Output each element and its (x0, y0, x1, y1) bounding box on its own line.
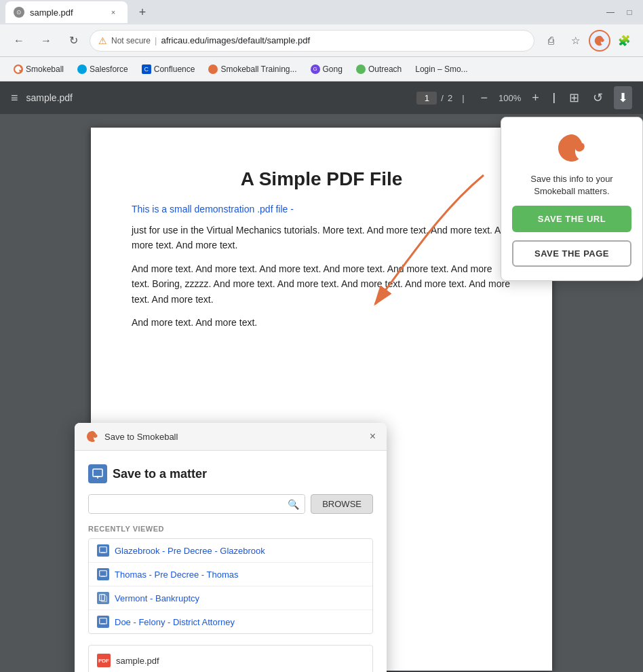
bookmark-smokeball-training[interactable]: Smokeball Training... (203, 62, 302, 77)
address-actions: ⎙ ☆ 🧩 (540, 30, 635, 52)
save-to-smokeball-modal: Save to Smokeball × Save to a matter 🔍 (75, 423, 387, 672)
pdf-menu-button[interactable]: ≡ (11, 91, 18, 105)
pdf-total-pages: 2 (448, 93, 452, 103)
new-tab-button[interactable]: + (133, 3, 152, 22)
pdf-heading: A Simple PDF File (132, 168, 511, 190)
svg-rect-4 (100, 547, 107, 553)
pdf-toolbar: ≡ sample.pdf / 2 | − 100% + | ⊞ ↺ ⬇ (0, 81, 643, 114)
svg-rect-1 (93, 469, 102, 477)
search-icon: 🔍 (288, 499, 299, 510)
bookmark-button[interactable]: ☆ (564, 30, 586, 52)
search-row: 🔍 BROWSE (88, 494, 373, 514)
smokeball-training-label: Smokeball Training... (220, 64, 296, 74)
salesforce-label: Salesforce (90, 64, 128, 74)
bookmark-confluence[interactable]: C Confluence (136, 62, 201, 77)
matter-icon (88, 464, 107, 483)
file-name-display: sample.pdf (116, 656, 159, 666)
matter-list: Glazebrook - Pre Decree - Glazebrook Tho… (88, 538, 373, 634)
pdf-rotate-button[interactable]: ↺ (590, 88, 606, 108)
matter-item-2[interactable]: Vermont - Bankruptcy (89, 586, 372, 610)
modal-section-title: Save to a matter (88, 464, 373, 483)
bookmark-salesforce[interactable]: Salesforce (72, 62, 134, 77)
modal-header: Save to Smokeball × (75, 423, 387, 451)
smokeball-bookmark-label: Smokeball (26, 64, 64, 74)
main-content: A Simple PDF File This is a small demons… (0, 114, 643, 672)
matter-item-1[interactable]: Thomas - Pre Decree - Thomas (89, 563, 372, 586)
svg-rect-6 (100, 571, 107, 576)
maximize-button[interactable]: □ (621, 4, 638, 20)
file-pdf-icon: PDF (97, 654, 111, 667)
title-bar: ⊙ sample.pdf × + — □ (0, 0, 643, 24)
save-url-button[interactable]: SAVE THE URL (512, 206, 631, 232)
recently-viewed-label: RECENTLY VIEWED (88, 525, 373, 533)
extensions-button[interactable]: 🧩 (613, 30, 635, 52)
save-page-button[interactable]: SAVE THE PAGE (512, 240, 631, 267)
salesforce-icon (77, 64, 87, 74)
matter-item-icon-0 (97, 544, 109, 557)
pdf-zoom-in-button[interactable]: + (529, 88, 542, 108)
share-button[interactable]: ⎙ (540, 30, 562, 52)
matter-item-label-2: Vermont - Bankruptcy (115, 593, 199, 603)
url-bar[interactable]: ⚠ Not secure | africau.edu/images/defaul… (90, 30, 534, 52)
smokeball-bookmark-icon (14, 64, 23, 74)
gong-label: Gong (323, 64, 343, 74)
pdf-page-input[interactable] (416, 92, 437, 105)
pdf-page-separator: / (441, 93, 444, 103)
smokeball-popup: Save this info to your Smokeball matters… (501, 117, 643, 281)
matter-item-icon-3 (97, 616, 109, 628)
pdf-page-navigation: / 2 | (416, 92, 469, 105)
pdf-text-2: And more text. And more text. And more t… (132, 261, 511, 307)
matter-item-icon-2 (97, 592, 109, 604)
pdf-download-button[interactable]: ⬇ (614, 86, 632, 109)
matter-item-label-1: Thomas - Pre Decree - Thomas (115, 570, 239, 580)
browser-tab[interactable]: ⊙ sample.pdf × (5, 1, 128, 23)
confluence-label: Confluence (154, 64, 195, 74)
bookmarks-bar: Smokeball Salesforce C Confluence Smokeb… (0, 57, 643, 81)
bookmark-gong[interactable]: G Gong (305, 62, 348, 77)
bookmark-smokeball[interactable]: Smokeball (8, 62, 69, 77)
pdf-zoom-level: 100% (499, 93, 521, 103)
minimize-button[interactable]: — (602, 4, 619, 20)
pdf-text-blue: This is a small demonstration .pdf file … (132, 204, 511, 214)
bookmark-login[interactable]: Login – Smo... (410, 62, 473, 77)
matter-item-label-3: Doe - Felony - District Attorney (115, 617, 235, 627)
tab-title: sample.pdf (30, 7, 73, 18)
pdf-title: sample.pdf (26, 92, 73, 103)
outreach-label: Outreach (368, 64, 402, 74)
modal-close-button[interactable]: × (370, 430, 376, 443)
smokeball-extension-button[interactable] (589, 30, 610, 52)
security-warning-label: Not secure (111, 36, 151, 45)
url-text: africau.edu/images/default/sample.pdf (161, 35, 310, 45)
refresh-button[interactable]: ↻ (62, 30, 84, 52)
smokeball-popup-tagline: Save this info to your Smokeball matters… (512, 173, 631, 198)
confluence-icon: C (142, 64, 151, 74)
bookmark-outreach[interactable]: Outreach (351, 62, 407, 77)
login-label: Login – Smo... (415, 64, 467, 74)
pdf-fit-button[interactable]: ⊞ (566, 88, 582, 108)
smokeball-training-icon (208, 64, 218, 74)
matter-item-3[interactable]: Doe - Felony - District Attorney (89, 610, 372, 633)
tab-close-button[interactable]: × (107, 6, 119, 18)
modal-header-logo (85, 430, 99, 443)
modal-body: Save to a matter 🔍 BROWSE RECENTLY VIEWE… (75, 451, 387, 672)
pdf-zoom-out-button[interactable]: − (478, 88, 491, 108)
matter-item-0[interactable]: Glazebrook - Pre Decree - Glazebrook (89, 539, 372, 563)
back-button[interactable]: ← (8, 30, 30, 52)
smokeball-popup-logo (555, 131, 589, 165)
address-bar: ← → ↻ ⚠ Not secure | africau.edu/images/… (0, 24, 643, 57)
file-section: PDF sample.pdf File name (88, 645, 373, 672)
window-controls: — □ (602, 4, 638, 20)
pdf-text-1: just for use in the Virtual Mechanics tu… (132, 223, 511, 253)
matter-item-icon-1 (97, 568, 109, 580)
modal-header-title: Save to Smokeball (104, 432, 178, 442)
forward-button[interactable]: → (35, 30, 57, 52)
tab-favicon: ⊙ (14, 7, 24, 18)
svg-rect-9 (100, 618, 107, 624)
matter-item-label-0: Glazebrook - Pre Decree - Glazebrook (115, 546, 265, 556)
outreach-icon (356, 64, 366, 74)
security-warning-icon: ⚠ (98, 35, 107, 46)
browse-button[interactable]: BROWSE (311, 494, 373, 514)
gong-icon: G (311, 64, 320, 74)
file-item: PDF sample.pdf (97, 654, 364, 667)
matter-search-input[interactable] (89, 495, 305, 513)
